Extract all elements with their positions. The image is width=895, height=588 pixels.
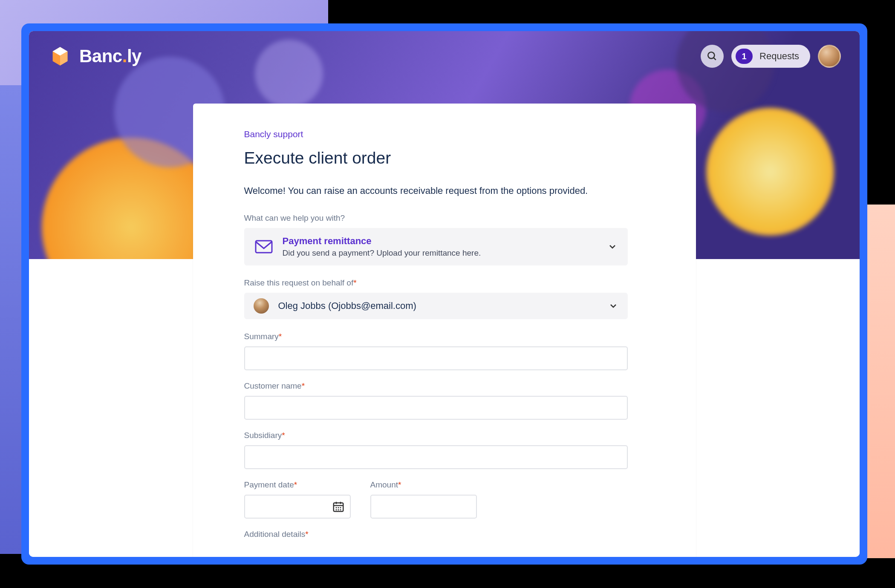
- behalf-avatar: [254, 298, 269, 314]
- request-type-title: Payment remittance: [283, 236, 598, 247]
- svg-rect-2: [256, 241, 272, 253]
- search-button[interactable]: [701, 45, 724, 68]
- behalf-select[interactable]: Oleg Jobbs (Ojobbs@email.com): [244, 293, 628, 319]
- customer-field: Customer name*: [244, 381, 645, 420]
- bokeh-light: [706, 108, 834, 236]
- request-type-body: Payment remittance Did you send a paymen…: [283, 236, 598, 258]
- behalf-user: Oleg Jobbs (Ojobbs@email.com): [278, 300, 599, 311]
- chevron-down-icon: [607, 242, 618, 252]
- amount-input[interactable]: [370, 495, 477, 519]
- form-card: Bancly support Execute client order Welc…: [193, 104, 696, 557]
- svg-point-0: [708, 52, 714, 58]
- user-avatar[interactable]: [818, 45, 841, 68]
- summary-field: Summary*: [244, 332, 645, 370]
- request-type-subtitle: Did you send a payment? Upload your remi…: [283, 248, 598, 258]
- payment-row: Payment date*: [244, 480, 645, 519]
- summary-input[interactable]: [244, 346, 628, 370]
- breadcrumb[interactable]: Bancly support: [244, 129, 303, 139]
- additional-field: Additional details*: [244, 530, 645, 539]
- requests-label: Requests: [759, 51, 799, 62]
- brand[interactable]: Banc.ly: [48, 44, 141, 69]
- subsidiary-input[interactable]: [244, 445, 628, 469]
- help-label: What can we help you with?: [244, 213, 645, 223]
- requests-count-badge: 1: [736, 49, 753, 64]
- subsidiary-field: Subsidiary*: [244, 431, 645, 469]
- intro-text: Welcome! You can raise an accounts recei…: [244, 185, 645, 196]
- app-inner: Banc.ly 1 Requests: [29, 31, 860, 557]
- svg-line-1: [713, 58, 716, 60]
- requests-button[interactable]: 1 Requests: [731, 45, 810, 68]
- chevron-down-icon: [608, 301, 618, 311]
- behalf-label: Raise this request on behalf of*: [244, 278, 645, 288]
- top-bar: Banc.ly 1 Requests: [29, 31, 860, 81]
- request-type-select[interactable]: Payment remittance Did you send a paymen…: [244, 228, 628, 265]
- customer-name-input[interactable]: [244, 396, 628, 420]
- page-title: Execute client order: [244, 149, 645, 167]
- payment-date-input[interactable]: [244, 495, 351, 519]
- brand-name: Banc.ly: [79, 46, 141, 66]
- search-icon: [707, 51, 718, 62]
- app-frame: Banc.ly 1 Requests: [21, 23, 867, 565]
- top-bar-right: 1 Requests: [701, 45, 841, 68]
- brand-logo-icon: [48, 44, 72, 69]
- envelope-icon: [254, 239, 273, 254]
